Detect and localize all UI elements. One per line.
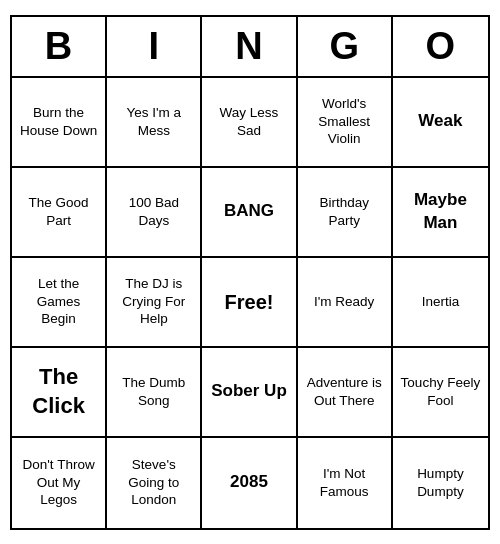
bingo-cell-3: World's Smallest Violin (298, 78, 393, 168)
bingo-cell-0: Burn the House Down (12, 78, 107, 168)
header-letter-o: O (393, 17, 488, 76)
bingo-header: BINGO (12, 17, 488, 78)
bingo-cell-15: The Click (12, 348, 107, 438)
bingo-cell-23: I'm Not Famous (298, 438, 393, 528)
bingo-cell-1: Yes I'm a Mess (107, 78, 202, 168)
bingo-card: BINGO Burn the House DownYes I'm a MessW… (10, 15, 490, 530)
bingo-cell-12: Free! (202, 258, 297, 348)
header-letter-n: N (202, 17, 297, 76)
bingo-cell-7: BANG (202, 168, 297, 258)
bingo-cell-11: The DJ is Crying For Help (107, 258, 202, 348)
header-letter-i: I (107, 17, 202, 76)
bingo-cell-2: Way Less Sad (202, 78, 297, 168)
bingo-cell-14: Inertia (393, 258, 488, 348)
bingo-cell-20: Don't Throw Out My Legos (12, 438, 107, 528)
bingo-cell-24: Humpty Dumpty (393, 438, 488, 528)
bingo-cell-18: Adventure is Out There (298, 348, 393, 438)
bingo-cell-4: Weak (393, 78, 488, 168)
bingo-cell-22: 2085 (202, 438, 297, 528)
bingo-cell-13: I'm Ready (298, 258, 393, 348)
bingo-cell-6: 100 Bad Days (107, 168, 202, 258)
bingo-cell-17: Sober Up (202, 348, 297, 438)
header-letter-b: B (12, 17, 107, 76)
bingo-cell-5: The Good Part (12, 168, 107, 258)
bingo-cell-9: Maybe Man (393, 168, 488, 258)
header-letter-g: G (298, 17, 393, 76)
bingo-grid: Burn the House DownYes I'm a MessWay Les… (12, 78, 488, 528)
bingo-cell-19: Touchy Feely Fool (393, 348, 488, 438)
bingo-cell-16: The Dumb Song (107, 348, 202, 438)
bingo-cell-10: Let the Games Begin (12, 258, 107, 348)
bingo-cell-8: Birthday Party (298, 168, 393, 258)
bingo-cell-21: Steve's Going to London (107, 438, 202, 528)
